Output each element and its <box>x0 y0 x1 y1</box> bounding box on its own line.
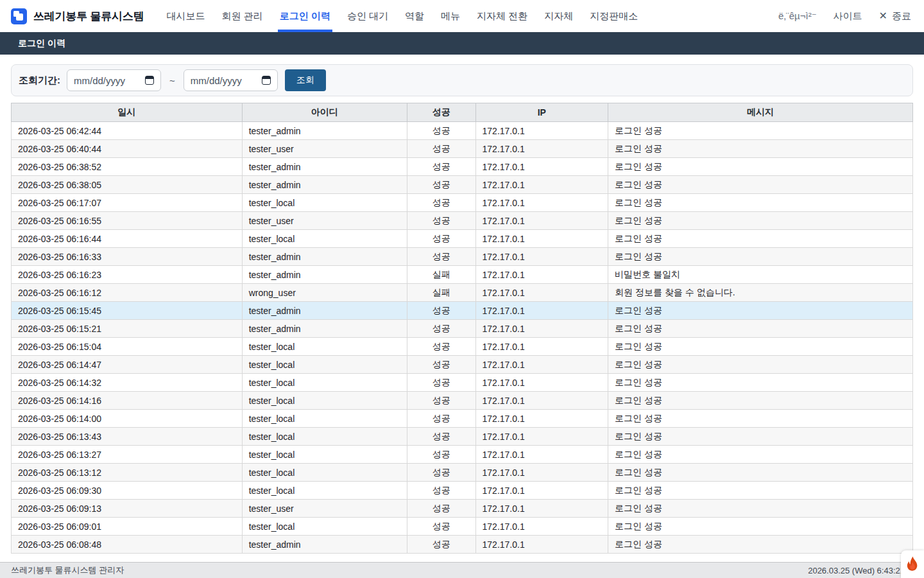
cell-message: 로그인 성공 <box>608 302 913 320</box>
nav-item-8[interactable]: 지정판매소 <box>581 0 646 32</box>
cell-ip: 172.17.0.1 <box>475 464 608 482</box>
table-header-row: 일시아이디성공IP메시지 <box>12 103 913 122</box>
cell-datetime: 2026-03-25 06:38:52 <box>12 158 243 176</box>
table-row[interactable]: 2026-03-25 06:09:30 tester_local 성공 172.… <box>12 482 913 500</box>
codeigniter-flame-icon <box>906 556 919 573</box>
nav-item-1[interactable]: 회원 관리 <box>214 0 271 32</box>
cell-datetime: 2026-03-25 06:16:44 <box>12 230 243 248</box>
nav-item-2[interactable]: 로그인 이력 <box>271 0 339 32</box>
cell-datetime: 2026-03-25 06:16:55 <box>12 212 243 230</box>
table-row[interactable]: 2026-03-25 06:14:47 tester_local 성공 172.… <box>12 356 913 374</box>
cell-user-id: tester_admin <box>242 536 407 554</box>
column-header: 성공 <box>407 103 475 122</box>
cell-ip: 172.17.0.1 <box>475 536 608 554</box>
table-row[interactable]: 2026-03-25 06:16:33 tester_admin 성공 172.… <box>12 248 913 266</box>
cell-ip: 172.17.0.1 <box>475 248 608 266</box>
table-row[interactable]: 2026-03-25 06:14:16 tester_local 성공 172.… <box>12 392 913 410</box>
cell-status: 성공 <box>407 320 475 338</box>
table-row[interactable]: 2026-03-25 06:14:32 tester_local 성공 172.… <box>12 374 913 392</box>
cell-status: 성공 <box>407 464 475 482</box>
table-row[interactable]: 2026-03-25 06:13:12 tester_local 성공 172.… <box>12 464 913 482</box>
table-row[interactable]: 2026-03-25 06:13:43 tester_local 성공 172.… <box>12 428 913 446</box>
cell-status: 성공 <box>407 446 475 464</box>
nav-item-3[interactable]: 승인 대기 <box>339 0 397 32</box>
cell-user-id: wrong_user <box>242 284 407 302</box>
table-row[interactable]: 2026-03-25 06:15:04 tester_local 성공 172.… <box>12 338 913 356</box>
table-row[interactable]: 2026-03-25 06:17:07 tester_local 성공 172.… <box>12 194 913 212</box>
cell-datetime: 2026-03-25 06:14:32 <box>12 374 243 392</box>
date-to-value: mm/dd/yyyy <box>191 75 257 86</box>
brand[interactable]: 쓰레기봉투 물류시스템 <box>11 8 144 24</box>
cell-user-id: tester_user <box>242 140 407 158</box>
cell-ip: 172.17.0.1 <box>475 392 608 410</box>
table-row[interactable]: 2026-03-25 06:15:45 tester_admin 성공 172.… <box>12 302 913 320</box>
cell-status: 성공 <box>407 536 475 554</box>
date-from-input[interactable]: mm/dd/yyyy <box>67 69 161 91</box>
table-row[interactable]: 2026-03-25 06:09:01 tester_local 성공 172.… <box>12 518 913 536</box>
cell-datetime: 2026-03-25 06:09:13 <box>12 500 243 518</box>
cell-datetime: 2026-03-25 06:14:47 <box>12 356 243 374</box>
table-row[interactable]: 2026-03-25 06:08:48 tester_admin 성공 172.… <box>12 536 913 554</box>
table-row[interactable]: 2026-03-25 06:38:52 tester_admin 성공 172.… <box>12 158 913 176</box>
debug-toolbar-toggle[interactable] <box>901 550 924 578</box>
cell-datetime: 2026-03-25 06:17:07 <box>12 194 243 212</box>
login-history-table-wrap: 일시아이디성공IP메시지 2026-03-25 06:42:44 tester_… <box>11 103 913 554</box>
footer-datetime: 2026.03.25 (Wed) 6:43:21 <box>808 566 905 575</box>
cell-message: 로그인 성공 <box>608 140 913 158</box>
nav-item-7[interactable]: 지자체 <box>536 0 581 32</box>
cell-message: 로그인 성공 <box>608 122 913 140</box>
table-row[interactable]: 2026-03-25 06:16:44 tester_local 성공 172.… <box>12 230 913 248</box>
cell-datetime: 2026-03-25 06:16:12 <box>12 284 243 302</box>
cell-ip: 172.17.0.1 <box>475 176 608 194</box>
table-row[interactable]: 2026-03-25 06:38:05 tester_admin 성공 172.… <box>12 176 913 194</box>
calendar-icon[interactable] <box>262 76 271 85</box>
nav-item-0[interactable]: 대시보드 <box>158 0 214 32</box>
table-row[interactable]: 2026-03-25 06:40:44 tester_user 성공 172.1… <box>12 140 913 158</box>
cell-status: 성공 <box>407 140 475 158</box>
cell-status: 성공 <box>407 338 475 356</box>
cell-message: 로그인 성공 <box>608 482 913 500</box>
table-row[interactable]: 2026-03-25 06:16:55 tester_user 성공 172.1… <box>12 212 913 230</box>
cell-message: 회원 정보를 찾을 수 없습니다. <box>608 284 913 302</box>
cell-user-id: tester_admin <box>242 158 407 176</box>
table-row[interactable]: 2026-03-25 06:16:12 wrong_user 실패 172.17… <box>12 284 913 302</box>
cell-datetime: 2026-03-25 06:15:04 <box>12 338 243 356</box>
cell-status: 성공 <box>407 500 475 518</box>
cell-datetime: 2026-03-25 06:15:45 <box>12 302 243 320</box>
cell-ip: 172.17.0.1 <box>475 482 608 500</box>
cell-status: 성공 <box>407 158 475 176</box>
cell-datetime: 2026-03-25 06:16:33 <box>12 248 243 266</box>
cell-datetime: 2026-03-25 06:13:12 <box>12 464 243 482</box>
page-title: 로그인 이력 <box>18 38 65 49</box>
search-filter-card: 조회기간: mm/dd/yyyy ~ mm/dd/yyyy 조회 <box>11 64 913 96</box>
table-row[interactable]: 2026-03-25 06:13:27 tester_local 성공 172.… <box>12 446 913 464</box>
footer-admin-label: 쓰레기봉투 물류시스템 관리자 <box>11 565 124 576</box>
cell-ip: 172.17.0.1 <box>475 410 608 428</box>
site-link[interactable]: 사이트 <box>834 10 862 22</box>
cell-message: 로그인 성공 <box>608 320 913 338</box>
nav-item-4[interactable]: 역할 <box>397 0 432 32</box>
table-row[interactable]: 2026-03-25 06:15:21 tester_admin 성공 172.… <box>12 320 913 338</box>
logout-button[interactable]: ✕ 종료 <box>879 10 911 22</box>
cell-datetime: 2026-03-25 06:09:30 <box>12 482 243 500</box>
range-separator: ~ <box>169 75 175 86</box>
cell-status: 성공 <box>407 176 475 194</box>
date-range-label: 조회기간: <box>19 74 60 87</box>
cell-status: 성공 <box>407 518 475 536</box>
cell-ip: 172.17.0.1 <box>475 446 608 464</box>
nav-item-6[interactable]: 지자체 전환 <box>468 0 536 32</box>
cell-status: 실패 <box>407 266 475 284</box>
nav-item-5[interactable]: 메뉴 <box>432 0 468 32</box>
table-row[interactable]: 2026-03-25 06:09:13 tester_user 성공 172.1… <box>12 500 913 518</box>
cell-datetime: 2026-03-25 06:42:44 <box>12 122 243 140</box>
search-button[interactable]: 조회 <box>285 69 326 91</box>
table-row[interactable]: 2026-03-25 06:16:23 tester_admin 실패 172.… <box>12 266 913 284</box>
column-header: 일시 <box>12 103 243 122</box>
calendar-icon[interactable] <box>145 76 154 85</box>
cell-datetime: 2026-03-25 06:38:05 <box>12 176 243 194</box>
table-row[interactable]: 2026-03-25 06:14:00 tester_local 성공 172.… <box>12 410 913 428</box>
table-row[interactable]: 2026-03-25 06:42:44 tester_admin 성공 172.… <box>12 122 913 140</box>
cell-message: 로그인 성공 <box>608 356 913 374</box>
date-to-input[interactable]: mm/dd/yyyy <box>184 69 278 91</box>
cell-user-id: tester_local <box>242 410 407 428</box>
